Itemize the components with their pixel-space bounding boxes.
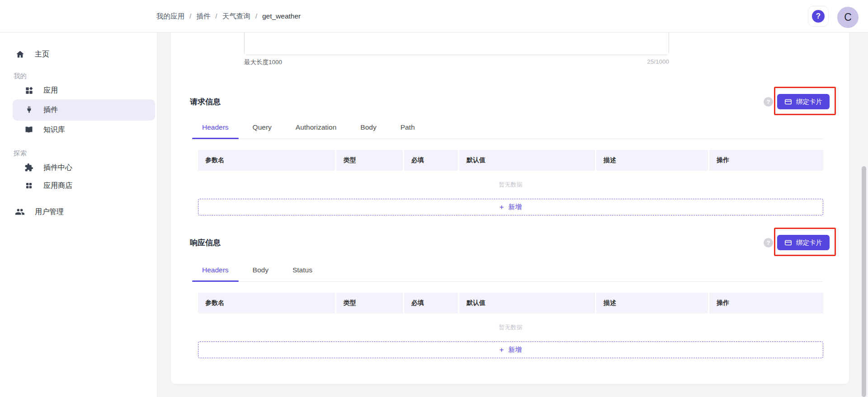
tab-headers[interactable]: Headers bbox=[192, 116, 239, 139]
sidebar-item-user-management[interactable]: 用户管理 bbox=[0, 203, 157, 221]
char-counter: 25/1000 bbox=[647, 58, 669, 67]
sidebar-item-app-store[interactable]: 应用商店 bbox=[13, 177, 155, 195]
table-header-row: 参数名 类型 必填 默认值 描述 操作 bbox=[198, 293, 823, 313]
grid-icon bbox=[24, 182, 34, 190]
sidebar-item-home[interactable]: 主页 bbox=[0, 45, 157, 63]
column-actions: 操作 bbox=[709, 150, 823, 171]
add-row-button-request[interactable]: + 新增 bbox=[198, 199, 823, 215]
column-type: 类型 bbox=[336, 150, 404, 171]
bind-card-button-request[interactable]: 绑定卡片 bbox=[777, 94, 830, 109]
request-tabs: Headers Query Authorization Body Path bbox=[192, 116, 823, 139]
home-icon bbox=[15, 50, 25, 59]
breadcrumb-get-weather: get_weather bbox=[262, 12, 301, 20]
request-section-title: 请求信息 bbox=[190, 97, 221, 107]
column-param-name: 参数名 bbox=[198, 293, 336, 313]
response-tabs: Headers Body Status bbox=[192, 259, 823, 282]
breadcrumb-weather-query[interactable]: 天气查询 bbox=[222, 12, 250, 21]
breadcrumb-separator: / bbox=[215, 12, 217, 20]
column-type: 类型 bbox=[336, 293, 404, 313]
avatar-initial: C bbox=[844, 11, 852, 23]
tab-body[interactable]: Body bbox=[350, 116, 386, 139]
request-section-header: 请求信息 ? 绑定卡片 bbox=[190, 89, 830, 114]
column-default: 默认值 bbox=[459, 150, 596, 171]
sidebar-item-label: 主页 bbox=[35, 50, 49, 59]
help-button[interactable]: ? bbox=[808, 6, 829, 27]
breadcrumb-my-apps[interactable]: 我的应用 bbox=[156, 12, 184, 21]
breadcrumb-separator: / bbox=[189, 12, 191, 20]
tab-body[interactable]: Body bbox=[243, 259, 278, 281]
column-description: 描述 bbox=[596, 150, 709, 171]
request-help-icon[interactable]: ? bbox=[764, 97, 773, 107]
sidebar-item-label: 应用商店 bbox=[43, 181, 72, 191]
avatar[interactable]: C bbox=[837, 7, 859, 28]
sidebar-item-label: 知识库 bbox=[43, 125, 65, 135]
main-content-card: 最大长度1000 25/1000 请求信息 ? 绑定卡片 Headers Que… bbox=[171, 33, 849, 384]
bind-card-button-response[interactable]: 绑定卡片 bbox=[777, 235, 830, 250]
sidebar-section-explore: 探索 bbox=[0, 148, 157, 159]
empty-state-text: 暂无数据 bbox=[198, 171, 823, 199]
puzzle-icon bbox=[24, 163, 34, 172]
tab-headers[interactable]: Headers bbox=[192, 259, 239, 281]
add-row-label: 新增 bbox=[508, 203, 522, 211]
sidebar-item-label: 用户管理 bbox=[35, 207, 64, 217]
bind-card-label: 绑定卡片 bbox=[796, 238, 822, 247]
apps-icon bbox=[24, 86, 34, 95]
sidebar-section-label: 探索 bbox=[14, 149, 27, 158]
response-help-icon[interactable]: ? bbox=[764, 238, 773, 248]
card-icon bbox=[784, 239, 792, 247]
textarea-hint-row: 最大长度1000 25/1000 bbox=[244, 58, 669, 67]
table-header-row: 参数名 类型 必填 默认值 描述 操作 bbox=[198, 150, 823, 171]
plus-icon: + bbox=[500, 203, 504, 211]
tab-authorization[interactable]: Authorization bbox=[286, 116, 346, 139]
top-header: 我的应用 / 插件 / 天气查询 / get_weather ? C bbox=[0, 0, 868, 33]
sidebar-item-label: 插件 bbox=[43, 105, 58, 115]
add-row-button-response[interactable]: + 新增 bbox=[198, 341, 823, 358]
sidebar-item-label: 应用 bbox=[43, 86, 58, 95]
breadcrumb-plugins[interactable]: 插件 bbox=[196, 12, 210, 21]
column-actions: 操作 bbox=[709, 293, 823, 313]
empty-state-text: 暂无数据 bbox=[198, 313, 823, 341]
sidebar-section-my: 我的 bbox=[0, 70, 157, 81]
column-required: 必填 bbox=[404, 293, 459, 313]
plus-icon: + bbox=[500, 346, 504, 354]
vertical-scrollbar-thumb[interactable] bbox=[862, 166, 866, 397]
card-icon bbox=[784, 98, 792, 106]
description-textarea[interactable] bbox=[245, 33, 669, 55]
breadcrumb: 我的应用 / 插件 / 天气查询 / get_weather bbox=[156, 0, 301, 33]
question-mark-icon: ? bbox=[812, 10, 825, 23]
add-row-label: 新增 bbox=[508, 346, 522, 354]
sidebar-section-label: 我的 bbox=[14, 72, 27, 80]
sidebar-item-apps[interactable]: 应用 bbox=[13, 81, 155, 99]
sidebar-item-label: 插件中心 bbox=[43, 163, 72, 173]
sidebar-item-knowledge[interactable]: 知识库 bbox=[13, 121, 155, 139]
request-param-table: 参数名 类型 必填 默认值 描述 操作 暂无数据 + 新增 bbox=[198, 150, 823, 215]
sidebar-item-plugins[interactable]: 插件 bbox=[13, 99, 155, 121]
column-param-name: 参数名 bbox=[198, 150, 336, 171]
sidebar: 主页 我的 应用 插件 知识库 探索 插件中心 应用商店 bbox=[0, 33, 157, 397]
response-section-header: 响应信息 ? 绑定卡片 bbox=[190, 230, 830, 255]
breadcrumb-separator: / bbox=[255, 12, 257, 20]
sidebar-item-plugin-center[interactable]: 插件中心 bbox=[13, 159, 155, 177]
plug-icon bbox=[24, 106, 34, 114]
column-default: 默认值 bbox=[459, 293, 596, 313]
tab-path[interactable]: Path bbox=[391, 116, 425, 139]
column-required: 必填 bbox=[404, 150, 459, 171]
column-description: 描述 bbox=[596, 293, 709, 313]
bind-card-label: 绑定卡片 bbox=[796, 98, 822, 106]
users-icon bbox=[15, 207, 25, 217]
tab-query[interactable]: Query bbox=[243, 116, 282, 139]
response-param-table: 参数名 类型 必填 默认值 描述 操作 暂无数据 + 新增 bbox=[198, 293, 823, 358]
book-icon bbox=[24, 125, 34, 134]
tab-status[interactable]: Status bbox=[283, 259, 322, 281]
response-section-title: 响应信息 bbox=[190, 238, 221, 248]
max-length-hint: 最大长度1000 bbox=[244, 58, 282, 67]
description-textarea-box bbox=[244, 33, 669, 55]
